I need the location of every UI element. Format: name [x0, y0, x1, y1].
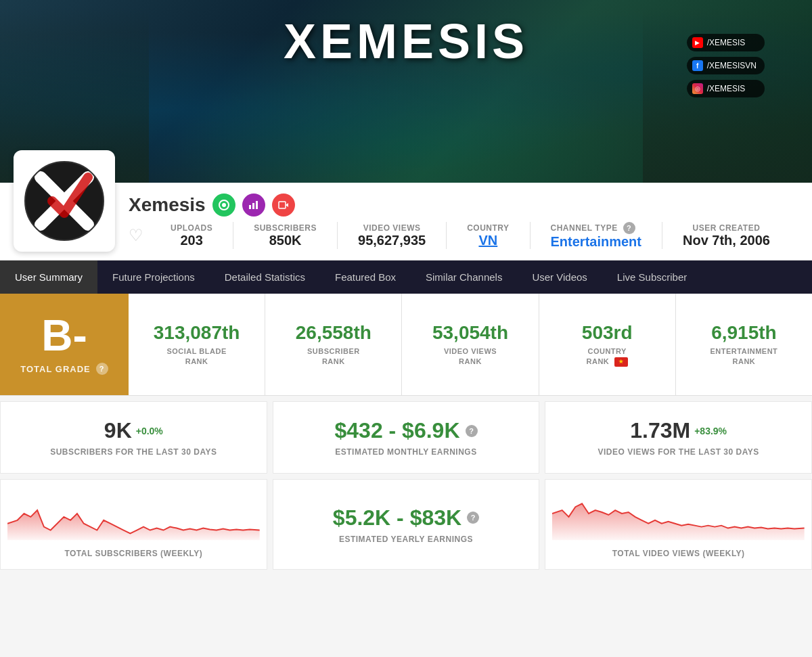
channel-stats-row: ♡ UPLOADS 203 SUBSCRIBERS 850K VIDEO VIE…: [129, 222, 798, 250]
country-stat: COUNTRY VN: [467, 223, 509, 248]
subscribers-sparkline: [7, 486, 260, 541]
yearly-earnings-row: $5.2K - $83K ?: [333, 505, 479, 530]
rank-videoviews-label: VIDEO VIEWSRANK: [444, 346, 497, 367]
banner-title: XEMESIS: [284, 14, 528, 69]
rank-subscriber-label: SUBSCRIBERRANK: [307, 346, 360, 367]
grade-letter: B-: [41, 314, 87, 357]
videoviews-sparkline: [552, 486, 805, 541]
metrics-section: 9K +0.0% SUBSCRIBERS FOR THE LAST 30 DAY…: [0, 401, 812, 575]
country-label: COUNTRY: [467, 223, 509, 233]
subscribers-30-label: SUBSCRIBERS FOR THE LAST 30 DAYS: [14, 447, 253, 457]
video-icon: [278, 200, 289, 210]
channel-type-label: CHANNEL TYPE ?: [551, 222, 641, 234]
avatar-wrapper: [14, 150, 115, 252]
youtube-handle: /XEMESIS: [707, 38, 746, 47]
monthly-earnings-label: ESTIMATED MONTHLY EARNINGS: [287, 447, 526, 457]
instagram-badge[interactable]: ◎ /XEMESIS: [687, 80, 765, 97]
facebook-badge[interactable]: f /XEMESISVN: [687, 57, 765, 74]
stat-divider-2: [337, 222, 338, 249]
svg-rect-6: [256, 201, 258, 209]
instagram-icon: ◎: [692, 83, 703, 94]
country-value[interactable]: VN: [467, 233, 509, 248]
stat-divider-1: [233, 222, 233, 249]
rank-videoviews: 53,054th VIDEO VIEWSRANK: [402, 294, 539, 395]
subscribers-30-value: 9K: [104, 418, 132, 443]
nav-user-summary[interactable]: User Summary: [0, 260, 97, 294]
rank-subscriber: 26,558th SUBSCRIBERRANK: [265, 294, 402, 395]
rank-subscriber-value: 26,558th: [296, 322, 371, 344]
user-created-label: USER CREATED: [683, 223, 770, 233]
svg-point-3: [222, 203, 226, 207]
video-views-30-card: 1.73M +83.9% VIDEO VIEWS FOR THE LAST 30…: [545, 401, 812, 474]
subscribers-stat: SUBSCRIBERS 850K: [254, 223, 317, 248]
channel-type-stat: CHANNEL TYPE ? Entertainment: [551, 222, 641, 250]
channel-type-value[interactable]: Entertainment: [551, 234, 641, 250]
subscribers-30-change: +0.0%: [136, 426, 163, 436]
grade-box: B- TOTAL GRADE ?: [0, 294, 129, 395]
videoviews-chart-label: TOTAL VIDEO VIEWS (WEEKLY): [552, 549, 805, 558]
channel-info: Xemesis ♡: [129, 194, 798, 250]
avatar: [20, 157, 108, 245]
chart-badge[interactable]: [242, 194, 265, 217]
yearly-earnings-value: $5.2K - $83K: [333, 505, 461, 530]
uploads-label: UPLOADS: [171, 223, 212, 233]
banner-social-links: ▶ /XEMESIS f /XEMESISVN ◎ /XEMESIS: [687, 34, 765, 97]
video-views-stat: VIDEO VIEWS 95,627,935: [358, 223, 426, 248]
grade-label: TOTAL GRADE ?: [20, 363, 108, 375]
video-views-30-change: +83.9%: [694, 426, 727, 436]
monthly-earnings-help[interactable]: ?: [466, 425, 478, 437]
video-views-30-value: 1.73M: [630, 418, 690, 443]
youtube-badge[interactable]: ▶ /XEMESIS: [687, 34, 765, 51]
channel-name-row: Xemesis: [129, 194, 798, 217]
chart-icon: [248, 200, 259, 210]
channel-name: Xemesis: [129, 194, 206, 216]
stat-divider-3: [446, 222, 447, 249]
facebook-handle: /XEMESISVN: [707, 61, 757, 70]
nav-future-projections[interactable]: Future Projections: [97, 260, 210, 294]
nav-user-videos[interactable]: User Videos: [517, 260, 602, 294]
rank-entertainment-value: 6,915th: [711, 322, 777, 344]
channel-banner: XEMESIS ▶ /XEMESIS f /XEMESISVN ◎ /XEMES…: [0, 0, 812, 183]
svg-rect-5: [252, 203, 254, 209]
rank-country: 503rd COUNTRYRANK: [539, 294, 676, 395]
rank-socialblade-label: SOCIAL BLADERANK: [166, 346, 226, 367]
yearly-earnings-help[interactable]: ?: [467, 512, 479, 524]
subscribers-chart-label: TOTAL SUBSCRIBERS (WEEKLY): [7, 549, 260, 558]
rank-country-label: COUNTRYRANK: [587, 346, 628, 367]
nav-detailed-statistics[interactable]: Detailed Statistics: [210, 260, 320, 294]
rank-videoviews-value: 53,054th: [432, 322, 508, 344]
video-views-label: VIDEO VIEWS: [358, 223, 426, 233]
grade-ranks-row: B- TOTAL GRADE ? 313,087th SOCIAL BLADER…: [0, 294, 812, 396]
avatar-logo: [24, 160, 105, 242]
profile-section: Xemesis ♡: [0, 183, 812, 260]
grade-help-icon[interactable]: ?: [96, 363, 108, 375]
svg-rect-7: [279, 202, 286, 208]
video-views-value: 95,627,935: [358, 233, 426, 248]
rank-socialblade: 313,087th SOCIAL BLADERANK: [129, 294, 265, 395]
subscribers-value: 850K: [254, 233, 317, 248]
rank-entertainment-label: ENTERTAINMENTRANK: [710, 346, 778, 367]
channel-type-help[interactable]: ?: [623, 222, 635, 234]
nav-live-subscriber[interactable]: Live Subscriber: [602, 260, 702, 294]
subscribers-30-row: 9K +0.0%: [14, 418, 253, 443]
nav-bar: User Summary Future Projections Detailed…: [0, 260, 812, 294]
monthly-earnings-row: $432 - $6.9K ?: [287, 418, 526, 443]
nav-similar-channels[interactable]: Similar Channels: [411, 260, 517, 294]
video-views-30-row: 1.73M +83.9%: [559, 418, 798, 443]
uploads-value: 203: [171, 233, 212, 248]
subscribers-label: SUBSCRIBERS: [254, 223, 317, 233]
nav-featured-box[interactable]: Featured Box: [320, 260, 411, 294]
subscribers-chart-card: TOTAL SUBSCRIBERS (WEEKLY): [0, 479, 267, 570]
circle-icon: [219, 200, 229, 210]
circle-badge[interactable]: [212, 194, 235, 217]
video-badge[interactable]: [272, 194, 295, 217]
svg-rect-4: [249, 205, 251, 209]
heart-icon[interactable]: ♡: [129, 226, 143, 245]
yearly-earnings-label: ESTIMATED YEARLY EARNINGS: [339, 535, 473, 544]
instagram-handle: /XEMESIS: [707, 84, 746, 93]
videoviews-chart-card: TOTAL VIDEO VIEWS (WEEKLY): [545, 479, 812, 570]
rank-country-value: 503rd: [582, 322, 633, 344]
user-created-value: Nov 7th, 2006: [683, 233, 770, 248]
yearly-earnings-card: $5.2K - $83K ? ESTIMATED YEARLY EARNINGS: [273, 479, 540, 570]
monthly-earnings-card: $432 - $6.9K ? ESTIMATED MONTHLY EARNING…: [273, 401, 540, 474]
